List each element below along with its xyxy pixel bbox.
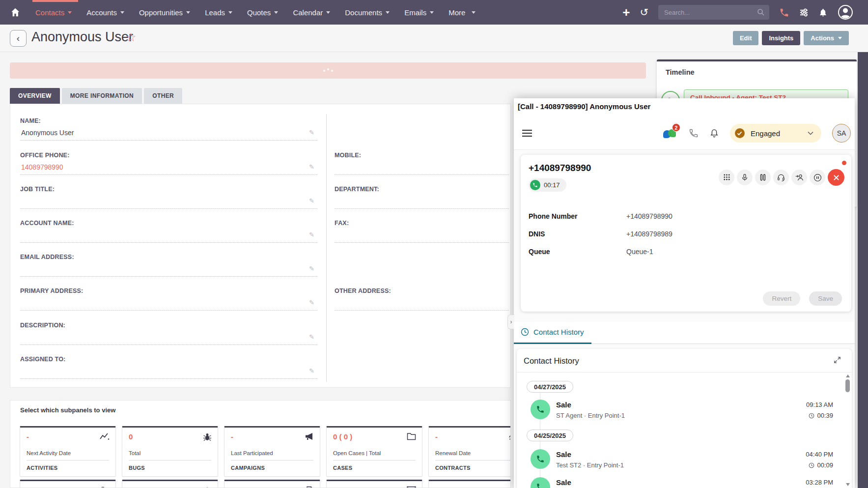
column-divider (326, 114, 327, 382)
subpanel-tile-row2[interactable] (326, 480, 422, 488)
tab-contact-history[interactable]: Contact History (521, 328, 584, 336)
subpanel-tile-row2[interactable] (20, 480, 116, 488)
history-item[interactable]: Sale Test ST2 · Entry Point-1 04:40 PM 0… (517, 449, 841, 472)
bell-icon[interactable] (818, 8, 828, 17)
history-item-time: 09:13 AM (806, 401, 833, 408)
hold-icon[interactable] (755, 170, 771, 185)
transfer-icon[interactable] (791, 170, 807, 185)
edit-pencil-icon[interactable]: ✎ (309, 333, 314, 341)
user-avatar-icon[interactable] (838, 4, 853, 20)
mail-icon (407, 486, 416, 488)
recently-viewed-icon[interactable]: ↺ (640, 6, 648, 18)
end-call-icon[interactable] (828, 169, 844, 186)
nav-utilities: + ↺ (622, 0, 853, 25)
panel-collapse-handle[interactable]: › (507, 315, 514, 329)
call-field-label: DNIS (529, 230, 545, 238)
home-icon[interactable] (9, 6, 22, 19)
tab-overview[interactable]: OVERVIEW (10, 88, 60, 104)
agent-avatar[interactable]: SA (832, 124, 851, 143)
consult-headset-icon[interactable] (773, 170, 789, 185)
menu-hamburger-icon[interactable] (522, 130, 532, 139)
nav-item-quotes[interactable]: Quotes (247, 8, 278, 17)
global-search (658, 5, 769, 20)
scrollbar-thumb[interactable] (845, 379, 850, 392)
edit-pencil-icon[interactable]: ✎ (309, 163, 314, 171)
edit-button[interactable]: Edit (733, 31, 759, 45)
tile-value: 0 ( 0 ) (333, 432, 352, 441)
subpanel-tile-contracts[interactable]: - Renewal Date CONTRACTS (428, 426, 511, 477)
keypad-icon[interactable] (719, 170, 734, 185)
favorite-star-icon[interactable]: ☆ (126, 30, 137, 44)
tab-other[interactable]: OTHER (144, 88, 182, 104)
search-input[interactable] (658, 5, 769, 20)
chevron-down-icon (186, 11, 190, 14)
webex-app-icon[interactable]: 2 (663, 127, 678, 140)
nav-item-opportunities[interactable]: Opportunities (139, 8, 190, 17)
history-item-duration: 00:39 (809, 412, 833, 419)
edit-pencil-icon[interactable]: ✎ (309, 197, 314, 204)
edit-pencil-icon[interactable]: ✎ (309, 265, 314, 272)
scroll-down-arrow[interactable] (846, 483, 850, 486)
nav-item-accounts[interactable]: Accounts (86, 8, 124, 17)
chevron-down-icon (386, 11, 390, 14)
nav-item-contacts[interactable]: Contacts (35, 8, 72, 17)
subpanel-tile-bugs[interactable]: 0 Total BUGS (122, 426, 218, 477)
notification-badge: 2 (672, 123, 680, 132)
field-value-office-phone[interactable]: 14089798990 (21, 163, 63, 171)
field-label-office-phone: OFFICE PHONE: (20, 152, 70, 159)
phone-icon[interactable] (779, 7, 789, 18)
active-nav-indicator (32, 0, 78, 2)
mute-microphone-icon[interactable] (737, 170, 753, 185)
edit-pencil-icon[interactable]: ✎ (309, 367, 314, 374)
page-title: Anonymous User (31, 29, 133, 45)
nav-item-calendar[interactable]: Calendar (293, 8, 330, 17)
revert-button[interactable]: Revert (763, 291, 800, 306)
subpanel-tile-row2[interactable] (428, 480, 511, 488)
page-scrollbar[interactable] (858, 52, 868, 488)
history-item[interactable]: Sale 03:28 PM (517, 477, 841, 488)
field-underline (335, 242, 509, 243)
subpanel-tile-campaigns[interactable]: - Last Participated CAMPAIGNS (224, 426, 320, 477)
loading-dot (331, 70, 333, 72)
subpanel-tile-row2[interactable] (122, 480, 218, 488)
save-button[interactable]: Save (809, 291, 842, 306)
edit-pencil-icon[interactable]: ✎ (309, 231, 314, 238)
edit-pencil-icon[interactable]: ✎ (309, 129, 314, 136)
agent-status-dropdown[interactable]: Engaged (730, 124, 821, 143)
quick-create-icon[interactable]: + (622, 6, 630, 19)
history-item[interactable]: Sale ST Agent · Entry Point-1 09:13 AM 0… (517, 400, 841, 422)
bug-icon (203, 432, 212, 443)
tab-more-information[interactable]: MORE INFORMATION (62, 88, 142, 104)
subpanel-tile-cases[interactable]: 0 ( 0 ) Open Cases | Total CASES (326, 426, 422, 477)
chevron-down-icon (326, 11, 330, 14)
tile-sublabel: Renewal Date (435, 450, 471, 456)
insights-button[interactable]: Insights (762, 31, 800, 45)
call-icon[interactable] (689, 128, 699, 138)
field-label-other-address: OTHER ADDRESS: (335, 287, 391, 294)
timeline-title: Timeline (666, 68, 695, 76)
subpanel-tile-row2[interactable] (224, 480, 320, 488)
history-scrollbar[interactable] (845, 373, 851, 487)
tile-divider (231, 460, 313, 460)
history-item-subtitle: Test ST2 · Entry Point-1 (556, 461, 624, 469)
nav-item-emails[interactable]: Emails (404, 8, 434, 17)
record-pause-icon[interactable] (810, 170, 825, 185)
history-item-title: Sale (556, 450, 571, 459)
nav-item-more[interactable]: More (448, 8, 476, 17)
nav-item-leads[interactable]: Leads (205, 8, 232, 17)
actions-button[interactable]: Actions (804, 31, 849, 45)
nav-menu: Contacts Accounts Opportunities Leads Qu… (35, 8, 476, 17)
edit-pencil-icon[interactable]: ✎ (309, 299, 314, 306)
scroll-up-arrow[interactable] (846, 374, 850, 377)
subpanel-tile-activities[interactable]: - Next Activity Date ACTIVITIES (20, 426, 116, 477)
bell-icon[interactable] (709, 128, 719, 138)
tile-divider (435, 460, 511, 460)
history-clock-icon (521, 328, 529, 336)
top-nav: Contacts Accounts Opportunities Leads Qu… (0, 0, 868, 25)
back-button[interactable]: ‹ (10, 30, 27, 47)
nav-item-documents[interactable]: Documents (345, 8, 390, 17)
expand-icon[interactable] (834, 356, 841, 366)
sliders-icon[interactable] (799, 8, 809, 17)
call-field-label: Phone Number (529, 212, 578, 220)
chevron-down-icon (228, 11, 232, 14)
